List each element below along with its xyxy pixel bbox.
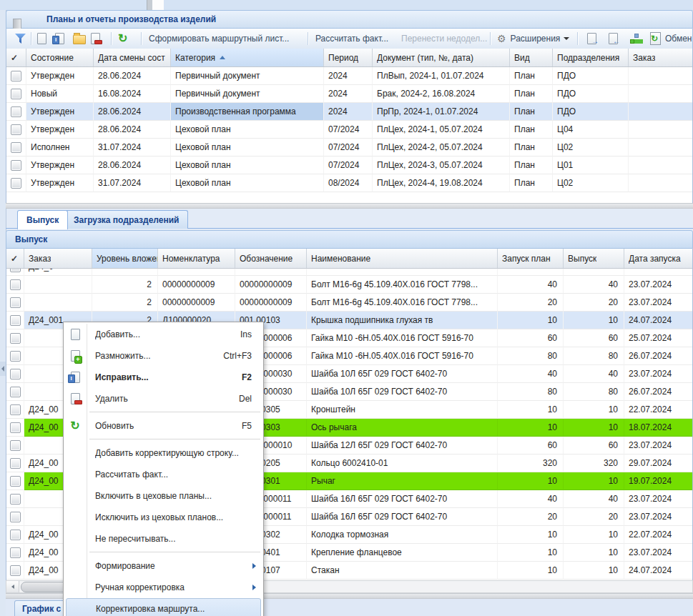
menu-item[interactable]: Добавить...Ins bbox=[64, 324, 263, 345]
export-button[interactable] bbox=[587, 29, 596, 49]
table-cell bbox=[6, 103, 26, 121]
row-checkbox[interactable] bbox=[10, 547, 21, 558]
column-header[interactable]: Дата смены сост bbox=[94, 49, 171, 66]
table-row[interactable]: Утвержден31.07.2024Цеховой план08/2024Пл… bbox=[6, 174, 692, 192]
row-checkbox[interactable] bbox=[11, 178, 21, 189]
menu-item[interactable]: Формирование bbox=[64, 555, 263, 577]
menu-item[interactable]: Исключить из цеховых планов... bbox=[64, 507, 263, 528]
row-checkbox[interactable] bbox=[11, 89, 21, 99]
splitter-handle[interactable] bbox=[6, 203, 693, 209]
menu-item-label: Добавить... bbox=[95, 329, 140, 339]
calc-fact-button[interactable]: Рассчитать факт... bbox=[315, 29, 388, 49]
page-copy-icon bbox=[71, 350, 80, 362]
table-cell: 00000000009 bbox=[235, 294, 307, 312]
column-header[interactable]: Запуск план bbox=[498, 249, 564, 268]
column-header-label: Дата запуска bbox=[629, 254, 681, 264]
menu-item[interactable]: Добавить корректирующую строку... bbox=[64, 442, 263, 464]
column-header[interactable]: Категория bbox=[171, 49, 324, 66]
column-header[interactable]: Заказ bbox=[24, 249, 92, 268]
edit-button[interactable] bbox=[55, 29, 64, 49]
menu-item[interactable]: Корректировка маршрута... bbox=[66, 598, 261, 616]
open-button[interactable] bbox=[73, 29, 86, 49]
column-header[interactable]: Наименование bbox=[307, 249, 498, 268]
table-cell: 23.07.2024 bbox=[624, 508, 693, 526]
table-row[interactable]: Утвержден28.06.2024Цеховой план07/2024Пл… bbox=[6, 157, 692, 174]
table-row[interactable]: Утвержден28.06.2024Первичный документ202… bbox=[6, 67, 692, 85]
row-checkbox[interactable] bbox=[10, 333, 21, 344]
toolbar-separator bbox=[308, 32, 309, 45]
table-cell bbox=[6, 526, 24, 544]
row-checkbox[interactable] bbox=[10, 512, 21, 522]
row-checkbox[interactable] bbox=[11, 106, 21, 117]
row-checkbox[interactable] bbox=[10, 369, 21, 379]
menu-item[interactable]: Рассчитать факт... bbox=[64, 464, 263, 485]
column-header[interactable]: Период bbox=[324, 49, 373, 66]
table-cell: 00000000009 bbox=[158, 276, 235, 294]
table-cell: 24.07.2024 bbox=[624, 562, 693, 580]
table-row[interactable]: 20000000000900000000009Болт М16-6g 45.10… bbox=[6, 294, 692, 312]
column-header[interactable]: Документ (тип, №, дата) bbox=[373, 49, 510, 66]
row-checkbox[interactable] bbox=[10, 279, 21, 290]
row-checkbox[interactable] bbox=[10, 494, 21, 505]
column-header[interactable]: Уровень вложен bbox=[92, 249, 158, 268]
select-all-header[interactable] bbox=[6, 49, 26, 66]
delete-button[interactable] bbox=[91, 29, 100, 49]
tab-vypusk[interactable]: Выпуск bbox=[17, 210, 68, 229]
column-header[interactable]: Номенклатура bbox=[158, 249, 235, 268]
exchange-button[interactable]: Обмен bbox=[650, 29, 692, 49]
collapse-left-icon[interactable] bbox=[0, 362, 6, 376]
tab-zagruzka-podrazdeleniy[interactable]: Загрузка подразделений bbox=[64, 210, 188, 229]
menu-item[interactable]: Не пересчитывать... bbox=[64, 528, 263, 550]
form-route-sheet-button[interactable]: Сформировать маршрутный лист... bbox=[149, 29, 289, 49]
row-checkbox[interactable] bbox=[10, 440, 21, 451]
table-row[interactable]: Исполнен31.07.2024Цеховой план07/2024ПлЦ… bbox=[6, 139, 692, 157]
row-checkbox[interactable] bbox=[10, 297, 21, 308]
row-checkbox[interactable] bbox=[10, 404, 21, 415]
row-checkbox[interactable] bbox=[10, 530, 21, 540]
row-checkbox[interactable] bbox=[10, 387, 21, 397]
org-chart-icon bbox=[630, 34, 642, 44]
row-checkbox[interactable] bbox=[11, 142, 21, 153]
row-checkbox[interactable] bbox=[10, 269, 21, 272]
row-checkbox[interactable] bbox=[11, 124, 21, 135]
table-row[interactable]: 20000000000900000000009Болт М16-6g 45.10… bbox=[6, 276, 692, 294]
column-header-label: Период bbox=[328, 53, 358, 63]
table-row[interactable]: Д24_0 bbox=[6, 269, 692, 276]
select-all-header[interactable] bbox=[6, 249, 24, 268]
menu-item[interactable]: Исправить...F2 bbox=[64, 367, 263, 388]
row-checkbox[interactable] bbox=[10, 315, 21, 326]
row-checkbox[interactable] bbox=[10, 351, 21, 362]
menu-item[interactable]: Размножить...Ctrl+F3 bbox=[64, 345, 263, 367]
row-checkbox[interactable] bbox=[11, 160, 21, 171]
column-header[interactable]: Дата запуска bbox=[624, 249, 693, 268]
column-header[interactable]: Вид bbox=[510, 49, 553, 66]
row-checkbox[interactable] bbox=[10, 422, 21, 433]
menu-item[interactable]: Включить в цеховые планы... bbox=[64, 485, 263, 507]
refresh-button[interactable]: ↻ bbox=[118, 29, 127, 49]
column-header[interactable]: Заказ bbox=[629, 49, 693, 66]
scroll-left-button[interactable] bbox=[6, 581, 19, 592]
import-button[interactable] bbox=[609, 29, 618, 49]
row-checkbox[interactable] bbox=[11, 71, 21, 81]
table-row[interactable]: Утвержден28.06.2024Производственная прог… bbox=[6, 103, 692, 121]
extensions-button[interactable]: ⚙ Расширения bbox=[497, 29, 569, 49]
table-cell bbox=[307, 269, 498, 276]
column-header[interactable]: Выпуск bbox=[564, 249, 624, 268]
add-button[interactable] bbox=[37, 29, 46, 49]
row-checkbox[interactable] bbox=[10, 476, 21, 487]
column-header[interactable]: Обозначение bbox=[235, 249, 307, 268]
column-header[interactable]: Подразделения bbox=[553, 49, 629, 66]
table-cell: 20 bbox=[498, 294, 564, 312]
table-cell bbox=[6, 383, 24, 401]
row-checkbox[interactable] bbox=[10, 565, 21, 576]
filter-button[interactable] bbox=[15, 29, 26, 49]
table-cell: 40 bbox=[564, 365, 624, 383]
row-checkbox[interactable] bbox=[10, 458, 21, 469]
table-row[interactable]: Утвержден28.06.2024Цеховой план07/2024Пл… bbox=[6, 121, 692, 139]
menu-item[interactable]: Ручная корректировка bbox=[64, 577, 263, 598]
column-header[interactable]: Состояние bbox=[26, 49, 94, 66]
menu-item[interactable]: ↻ОбновитьF5 bbox=[64, 415, 263, 437]
hierarchy-button[interactable] bbox=[630, 29, 642, 49]
table-row[interactable]: Новый16.08.2024Первичный документ2024Бра… bbox=[6, 85, 692, 103]
menu-item[interactable]: УдалитьDel bbox=[64, 388, 263, 409]
